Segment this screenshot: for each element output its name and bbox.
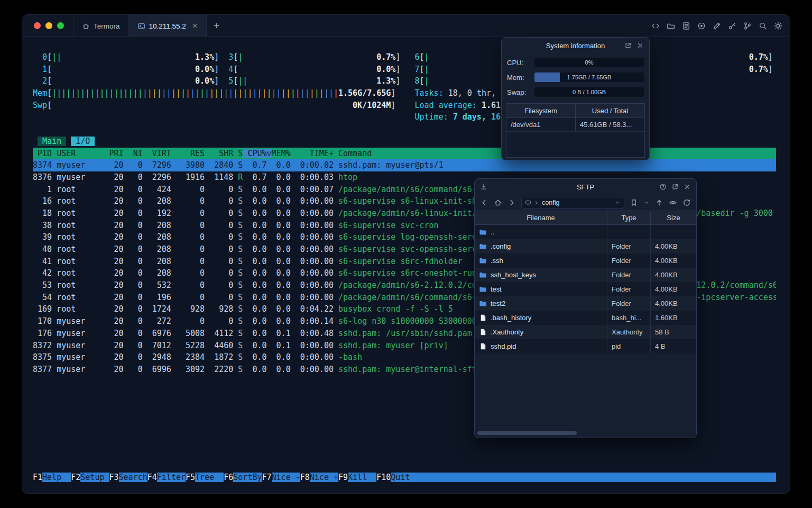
fkey-f1[interactable]: F1 [33,473,42,482]
file-type: Folder [607,268,651,282]
folder-icon[interactable] [667,22,675,30]
code-icon[interactable] [651,22,660,30]
file-row[interactable]: .. [475,225,696,239]
process-row[interactable]: 8374 myuser 20 0 7296 3980 2840 S 0.7 0.… [33,159,776,171]
desktop: Termora 10.211.55.2 ✕ + 0[|| 1.3%] 3[| 0… [0,0,812,508]
file-row[interactable]: .configFolder4.00KB [475,239,696,253]
close-panel-icon[interactable] [636,42,644,49]
col-filesystem: Filesystem [506,104,576,117]
fkey-label[interactable]: Kill [348,473,376,482]
filesystem-row[interactable]: /dev/vda1 45.61GB / 58.3... [506,118,644,132]
home-icon[interactable] [494,198,502,207]
settings-icon[interactable] [774,22,782,30]
fkey-f6[interactable]: F6 [224,473,233,482]
notebook-icon[interactable] [682,22,690,30]
open-in-window-icon[interactable] [624,42,632,49]
open-in-window-icon[interactable] [671,183,679,190]
sort-column-cpu[interactable]: CPU%▽ [243,149,271,158]
maximize-window-button[interactable] [57,22,64,29]
chevron-right-icon [533,199,540,206]
close-tab-icon[interactable]: ✕ [192,23,198,29]
window-tab-bar: Termora 10.211.55.2 ✕ + [22,15,790,37]
file-row[interactable]: .bash_historybash_hi...1.60KB [475,311,696,325]
path-breadcrumb[interactable]: config [521,197,624,208]
sysinfo-meter-row: Swap:0 B / 1.00GB [507,85,644,99]
file-row[interactable]: testFolder4.00KB [475,282,696,296]
fkey-label[interactable]: Setup [80,473,109,482]
fkey-f7[interactable]: F7 [262,473,272,482]
folder-icon [479,300,487,307]
cpu-meter-row: 2[ 0.0%] 5[|| 1.3%] 8[| [33,75,776,87]
terminal-line [33,448,776,460]
traffic-lights [22,15,73,37]
bookmark-icon[interactable] [630,198,638,207]
fkey-f5[interactable]: F5 [186,473,195,482]
file-icon [479,342,487,350]
fkey-label[interactable]: Nice + [310,473,338,482]
fkey-f8[interactable]: F8 [300,473,310,482]
close-panel-icon[interactable] [684,183,691,190]
tab-termora[interactable]: Termora [73,15,129,37]
sftp-toolbar: config [475,195,696,211]
forward-icon[interactable] [508,198,516,207]
meter-label: Mem: [507,74,534,81]
up-directory-icon[interactable] [655,198,663,207]
fkey-label[interactable]: Nice - [272,473,300,482]
file-type: Folder [607,296,651,311]
fkey-label[interactable]: Search [119,473,147,482]
htop-tab-main[interactable]: Main [38,137,66,146]
minimize-window-button[interactable] [45,22,52,29]
file-name: ssh_host_keys [491,271,536,279]
panel-title: System information [546,42,605,50]
path-segment[interactable]: config [542,199,559,206]
back-icon[interactable] [480,198,488,207]
horizontal-scrollbar[interactable] [477,431,577,435]
fkey-label[interactable]: Help [42,473,71,482]
file-row[interactable]: ssh_host_keysFolder4.00KB [475,268,696,282]
file-size: 1.60KB [651,311,696,325]
tab-session[interactable]: 10.211.55.2 ✕ [129,15,207,37]
fkey-f4[interactable]: F4 [147,473,157,482]
help-icon[interactable] [659,183,667,190]
fkey-label[interactable]: Quit [391,473,419,482]
pencil-icon[interactable] [713,22,721,30]
caret-down-icon[interactable] [614,199,621,206]
col-filename[interactable]: Filename [475,211,607,224]
file-icon [479,328,487,336]
file-size: 4.00KB [651,268,696,282]
new-tab-button[interactable]: + [207,15,226,37]
file-row[interactable]: sshd.pidpid4 B [475,339,696,353]
file-row[interactable]: .XauthorityXauthority58 B [475,325,696,339]
file-name: .ssh [491,257,503,265]
file-name: test2 [491,300,505,307]
fkey-f9[interactable]: F9 [338,473,348,482]
host-icon [525,199,531,206]
fkey-f2[interactable]: F2 [71,473,80,482]
git-branch-icon[interactable] [743,22,752,30]
refresh-icon[interactable] [682,198,691,207]
termora-window: Termora 10.211.55.2 ✕ + 0[|| 1.3%] 3[| 0… [22,15,790,493]
folder-icon [479,257,487,265]
htop-tab-io[interactable]: I/O [71,137,95,146]
show-hidden-eye-icon[interactable] [669,198,677,207]
file-size [651,225,696,239]
bookmark-caret-icon[interactable] [643,199,650,206]
tab-label: Termora [94,22,120,30]
col-type[interactable]: Type [607,211,651,224]
fkey-f10[interactable]: F10 [376,473,391,482]
search-icon[interactable] [759,22,767,30]
download-icon[interactable] [480,183,487,190]
record-icon[interactable] [697,22,706,30]
file-row[interactable]: .sshFolder4.00KB [475,253,696,268]
fkey-label[interactable]: SortBy [233,473,262,482]
file-row[interactable]: test2Folder4.00KB [475,296,696,311]
file-type: bash_hi... [607,311,651,325]
fkey-label[interactable]: Tree [195,473,224,482]
col-size[interactable]: Size [651,211,696,224]
cpu-meter-row: 1[ 0.0%] 4[ 0.0%] 7[| 0.7%] [33,64,776,76]
fkey-label[interactable]: Filter [157,473,186,482]
key-icon[interactable] [728,22,736,30]
close-window-button[interactable] [34,22,41,29]
fkey-f3[interactable]: F3 [109,473,119,482]
file-name: .. [491,228,494,236]
